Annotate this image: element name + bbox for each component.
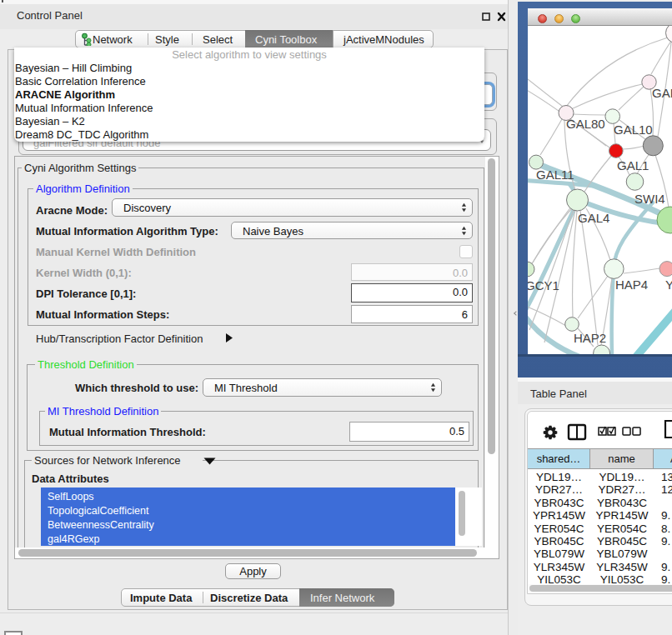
- svg-text:Y: Y: [665, 278, 672, 292]
- svg-text:GAL1: GAL1: [617, 158, 649, 172]
- svg-text:GAL: GAL: [652, 86, 672, 100]
- svg-text:GAL10: GAL10: [614, 122, 653, 137]
- svg-text:GAL4: GAL4: [578, 211, 609, 225]
- svg-text:HAP2: HAP2: [574, 331, 606, 345]
- svg-text:GAL11: GAL11: [536, 168, 574, 182]
- svg-text:SWI4: SWI4: [634, 192, 665, 206]
- svg-text:HAP4: HAP4: [615, 278, 648, 292]
- svg-text:GAL80: GAL80: [566, 117, 605, 131]
- svg-text:GCY1: GCY1: [528, 278, 559, 292]
